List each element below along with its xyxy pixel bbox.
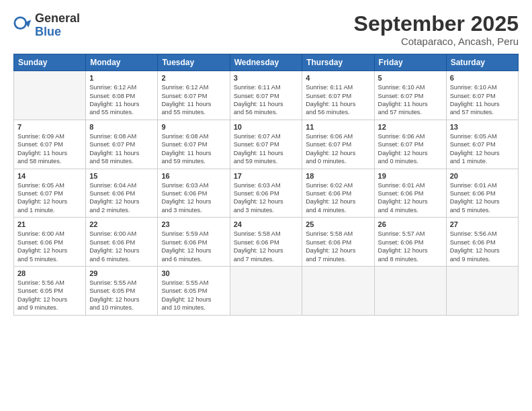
day-number: 3	[234, 74, 299, 82]
day-number: 30	[161, 269, 226, 277]
calendar-header-row: SundayMondayTuesdayWednesdayThursdayFrid…	[14, 54, 519, 71]
day-info: Sunrise: 6:12 AMSunset: 6:08 PMDaylight:…	[89, 83, 154, 117]
day-number: 20	[450, 172, 515, 180]
day-info: Sunrise: 6:01 AMSunset: 6:06 PMDaylight:…	[450, 181, 515, 215]
day-number: 21	[17, 220, 82, 228]
day-info: Sunrise: 6:04 AMSunset: 6:06 PMDaylight:…	[89, 181, 154, 215]
calendar-cell: 9Sunrise: 6:08 AMSunset: 6:07 PMDaylight…	[158, 120, 230, 169]
calendar-cell	[302, 266, 374, 315]
day-number: 9	[161, 123, 226, 131]
day-info: Sunrise: 6:08 AMSunset: 6:07 PMDaylight:…	[89, 132, 154, 166]
logo-icon	[13, 16, 32, 35]
calendar-cell	[446, 266, 518, 315]
calendar-header-cell: Monday	[86, 54, 158, 71]
day-number: 16	[161, 172, 226, 180]
day-number: 22	[89, 220, 154, 228]
title-block: September 2025 Cotaparaco, Ancash, Peru	[354, 12, 519, 47]
calendar-cell: 14Sunrise: 6:05 AMSunset: 6:07 PMDayligh…	[14, 169, 86, 218]
day-number: 13	[450, 123, 515, 131]
day-number: 29	[89, 269, 154, 277]
day-number: 6	[450, 74, 515, 82]
calendar-header-cell: Wednesday	[230, 54, 302, 71]
calendar-week-row: 21Sunrise: 6:00 AMSunset: 6:06 PMDayligh…	[14, 218, 519, 267]
calendar-header-cell: Saturday	[446, 54, 518, 71]
calendar-cell: 25Sunrise: 5:58 AMSunset: 6:06 PMDayligh…	[302, 218, 374, 267]
day-info: Sunrise: 6:08 AMSunset: 6:07 PMDaylight:…	[161, 132, 226, 166]
day-info: Sunrise: 5:58 AMSunset: 6:06 PMDaylight:…	[234, 230, 299, 263]
day-info: Sunrise: 6:10 AMSunset: 6:07 PMDaylight:…	[450, 83, 515, 117]
day-info: Sunrise: 6:09 AMSunset: 6:07 PMDaylight:…	[17, 132, 82, 166]
calendar-cell: 17Sunrise: 6:03 AMSunset: 6:06 PMDayligh…	[230, 169, 302, 218]
day-info: Sunrise: 6:03 AMSunset: 6:06 PMDaylight:…	[161, 181, 226, 215]
day-info: Sunrise: 5:55 AMSunset: 6:05 PMDaylight:…	[161, 279, 226, 312]
calendar-cell	[14, 71, 86, 120]
logo-blue: Blue	[35, 25, 61, 38]
day-number: 8	[89, 123, 154, 131]
day-number: 14	[17, 172, 82, 180]
calendar-cell: 18Sunrise: 6:02 AMSunset: 6:06 PMDayligh…	[302, 169, 374, 218]
calendar-header-cell: Friday	[374, 54, 446, 71]
calendar-cell	[230, 266, 302, 315]
calendar-week-row: 7Sunrise: 6:09 AMSunset: 6:07 PMDaylight…	[14, 120, 519, 169]
day-number: 7	[17, 123, 82, 131]
calendar-cell: 5Sunrise: 6:10 AMSunset: 6:07 PMDaylight…	[374, 71, 446, 120]
calendar-cell: 4Sunrise: 6:11 AMSunset: 6:07 PMDaylight…	[302, 71, 374, 120]
day-number: 18	[306, 172, 370, 180]
day-info: Sunrise: 6:07 AMSunset: 6:07 PMDaylight:…	[234, 132, 299, 166]
day-number: 11	[306, 123, 370, 131]
day-info: Sunrise: 6:03 AMSunset: 6:06 PMDaylight:…	[234, 181, 299, 215]
day-info: Sunrise: 5:56 AMSunset: 6:06 PMDaylight:…	[450, 230, 515, 263]
day-number: 19	[378, 172, 443, 180]
calendar-cell: 11Sunrise: 6:06 AMSunset: 6:07 PMDayligh…	[302, 120, 374, 169]
logo: General Blue	[13, 12, 80, 39]
calendar-cell: 19Sunrise: 6:01 AMSunset: 6:06 PMDayligh…	[374, 169, 446, 218]
day-info: Sunrise: 6:05 AMSunset: 6:07 PMDaylight:…	[450, 132, 515, 166]
day-number: 28	[17, 269, 82, 277]
calendar-cell: 23Sunrise: 5:59 AMSunset: 6:06 PMDayligh…	[158, 218, 230, 267]
day-number: 2	[161, 74, 226, 82]
calendar-cell: 16Sunrise: 6:03 AMSunset: 6:06 PMDayligh…	[158, 169, 230, 218]
day-info: Sunrise: 5:58 AMSunset: 6:06 PMDaylight:…	[306, 230, 370, 263]
day-number: 1	[89, 74, 154, 82]
calendar-header-cell: Tuesday	[158, 54, 230, 71]
calendar-cell: 28Sunrise: 5:56 AMSunset: 6:05 PMDayligh…	[14, 266, 86, 315]
logo-general: General	[35, 11, 80, 25]
day-number: 4	[306, 74, 370, 82]
calendar-cell: 22Sunrise: 6:00 AMSunset: 6:06 PMDayligh…	[86, 218, 158, 267]
calendar-week-row: 28Sunrise: 5:56 AMSunset: 6:05 PMDayligh…	[14, 266, 519, 315]
day-info: Sunrise: 6:06 AMSunset: 6:07 PMDaylight:…	[378, 132, 443, 166]
calendar-header-cell: Sunday	[14, 54, 86, 71]
day-info: Sunrise: 6:05 AMSunset: 6:07 PMDaylight:…	[17, 181, 82, 215]
calendar-cell: 1Sunrise: 6:12 AMSunset: 6:08 PMDaylight…	[86, 71, 158, 120]
day-number: 24	[234, 220, 299, 228]
day-info: Sunrise: 5:55 AMSunset: 6:05 PMDaylight:…	[89, 279, 154, 312]
day-info: Sunrise: 5:59 AMSunset: 6:06 PMDaylight:…	[161, 230, 226, 263]
day-number: 5	[378, 74, 443, 82]
calendar-week-row: 14Sunrise: 6:05 AMSunset: 6:07 PMDayligh…	[14, 169, 519, 218]
header: General Blue September 2025 Cotaparaco, …	[13, 12, 519, 47]
logo-text: General Blue	[35, 12, 80, 39]
page-title: September 2025	[354, 12, 519, 36]
day-info: Sunrise: 6:01 AMSunset: 6:06 PMDaylight:…	[378, 181, 443, 215]
page-subtitle: Cotaparaco, Ancash, Peru	[354, 36, 519, 47]
day-info: Sunrise: 5:56 AMSunset: 6:05 PMDaylight:…	[17, 279, 82, 312]
calendar-cell: 8Sunrise: 6:08 AMSunset: 6:07 PMDaylight…	[86, 120, 158, 169]
calendar-cell: 12Sunrise: 6:06 AMSunset: 6:07 PMDayligh…	[374, 120, 446, 169]
day-info: Sunrise: 6:06 AMSunset: 6:07 PMDaylight:…	[306, 132, 370, 166]
day-number: 10	[234, 123, 299, 131]
calendar-cell: 27Sunrise: 5:56 AMSunset: 6:06 PMDayligh…	[446, 218, 518, 267]
calendar-cell: 20Sunrise: 6:01 AMSunset: 6:06 PMDayligh…	[446, 169, 518, 218]
calendar-week-row: 1Sunrise: 6:12 AMSunset: 6:08 PMDaylight…	[14, 71, 519, 120]
day-number: 17	[234, 172, 299, 180]
day-info: Sunrise: 6:12 AMSunset: 6:07 PMDaylight:…	[161, 83, 226, 117]
calendar-table: SundayMondayTuesdayWednesdayThursdayFrid…	[13, 54, 519, 315]
day-info: Sunrise: 6:00 AMSunset: 6:06 PMDaylight:…	[89, 230, 154, 263]
day-number: 15	[89, 172, 154, 180]
calendar-header-cell: Thursday	[302, 54, 374, 71]
day-number: 23	[161, 220, 226, 228]
page-container: General Blue September 2025 Cotaparaco, …	[0, 0, 532, 322]
day-info: Sunrise: 6:11 AMSunset: 6:07 PMDaylight:…	[306, 83, 370, 117]
calendar-cell: 24Sunrise: 5:58 AMSunset: 6:06 PMDayligh…	[230, 218, 302, 267]
calendar-cell: 29Sunrise: 5:55 AMSunset: 6:05 PMDayligh…	[86, 266, 158, 315]
day-number: 27	[450, 220, 515, 228]
